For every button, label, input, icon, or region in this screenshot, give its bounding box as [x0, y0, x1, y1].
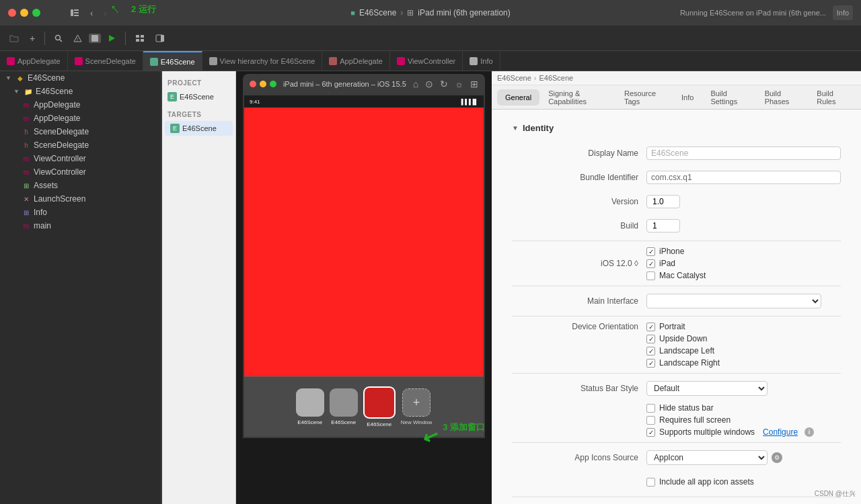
- sidebar-item-appdel1[interactable]: m AppDelegate: [0, 98, 161, 112]
- sidebar-label-project: E46Scene: [28, 73, 65, 83]
- tab-e46scene[interactable]: E46Scene: [143, 51, 202, 71]
- build-label: Build: [512, 221, 646, 230]
- targets-label: TARGETS: [162, 104, 235, 121]
- svg-rect-0: [71, 9, 73, 16]
- forward-button[interactable]: ›: [100, 7, 110, 19]
- requires-fullscreen-label: Requires full screen: [659, 415, 731, 425]
- sidebar-item-info[interactable]: ⊞ Info: [0, 206, 161, 219]
- ipad-checkbox[interactable]: ✓: [646, 259, 655, 268]
- identity-section-header[interactable]: ▼ Identity: [512, 123, 841, 133]
- sidebar-item-viewctrl2[interactable]: m ViewController: [0, 165, 161, 179]
- editor-content: iPad mini – 6th generation – iOS 15.5 ⌂ …: [236, 71, 861, 504]
- configure-link[interactable]: Configure: [763, 427, 798, 437]
- sidebar-item-main[interactable]: m main: [0, 219, 161, 233]
- stab-info[interactable]: Info: [673, 89, 702, 106]
- sidebar-item-appdel2[interactable]: m AppDelegate: [0, 112, 161, 125]
- minimize-button[interactable]: [20, 9, 28, 17]
- ios-row: iOS 12.0 ◊ ✓ iPhone ✓ iPad Mac Catalyst: [512, 247, 841, 280]
- sidebar-item-viewctrl1[interactable]: m ViewController: [0, 152, 161, 165]
- add-button[interactable]: +: [26, 32, 39, 45]
- dock-app-new[interactable]: + New Window: [401, 388, 433, 425]
- upside-check: ✓: [648, 335, 654, 343]
- sidebar-item-e46scene-folder[interactable]: ▼ 📁 E46Scene: [0, 85, 161, 98]
- bundle-id-input[interactable]: [646, 171, 841, 184]
- device-traffic-lights: [250, 81, 276, 87]
- sidebar-item-scenedel2[interactable]: h SceneDelegate: [0, 138, 161, 152]
- stop-button[interactable]: [89, 34, 101, 43]
- tab-viewctrl[interactable]: ViewController: [390, 51, 463, 71]
- tab-icon-m3: [397, 57, 405, 65]
- search-button[interactable]: [50, 33, 67, 44]
- stab-general[interactable]: General: [497, 89, 539, 106]
- landscape-left-row: ✓ Landscape Left: [646, 346, 720, 355]
- tab-appdel2[interactable]: AppDelegate: [322, 51, 390, 71]
- rotate-icon[interactable]: ↻: [440, 79, 448, 89]
- dock-app-3[interactable]: E46Scene: [363, 386, 396, 427]
- launch-icon: ✕: [22, 194, 31, 204]
- warning-button[interactable]: !: [69, 33, 86, 44]
- stab-buildrules[interactable]: Build Rules: [809, 85, 856, 110]
- sidebar-item-e46scene-project[interactable]: ▼ ◆ E46Scene: [0, 71, 161, 85]
- build-input[interactable]: [646, 219, 680, 233]
- tab-viewhier[interactable]: View hierarchy for E46Scene: [202, 51, 323, 71]
- tab-appdel1[interactable]: AppDelegate: [0, 51, 68, 71]
- sidebar-toggle[interactable]: [66, 7, 83, 19]
- portrait-checkbox[interactable]: ✓: [646, 323, 655, 331]
- grid-button[interactable]: [131, 33, 149, 44]
- requires-fullscreen-checkbox[interactable]: [646, 416, 655, 425]
- target-icon: E: [170, 124, 180, 133]
- display-name-input[interactable]: [646, 146, 841, 160]
- include-all-icons-checkbox[interactable]: [646, 478, 655, 487]
- grid-icon2[interactable]: ⊞: [470, 79, 478, 89]
- upside-down-checkbox[interactable]: ✓: [646, 335, 655, 343]
- sidebar-item-scenedel1[interactable]: h SceneDelegate: [0, 125, 161, 138]
- device-minimize[interactable]: [260, 81, 266, 87]
- stab-signing[interactable]: Signing & Capabilities: [540, 85, 615, 110]
- dock-app-1[interactable]: E46Scene: [296, 388, 324, 425]
- tab-label-viewhier: View hierarchy for E46Scene: [220, 57, 315, 65]
- tab-label-viewctrl: ViewController: [408, 57, 455, 65]
- main-interface-select[interactable]: [646, 294, 821, 308]
- play-button[interactable]: [104, 33, 120, 44]
- landscape-left-checkbox[interactable]: ✓: [646, 347, 655, 355]
- brightness-icon[interactable]: ☼: [455, 79, 463, 89]
- target-item[interactable]: E E46Scene: [165, 121, 233, 136]
- ipad-screen: [244, 108, 484, 376]
- tab-scenedel[interactable]: SceneDelegate: [68, 51, 143, 71]
- tab-info[interactable]: Info: [463, 51, 500, 71]
- app-icons-select[interactable]: AppIcon: [646, 450, 768, 465]
- dock-app-2[interactable]: E46Scene: [330, 388, 358, 425]
- supports-multiwindow-checkbox[interactable]: ✓: [646, 428, 655, 437]
- landscape-right-checkbox[interactable]: ✓: [646, 359, 655, 368]
- folder-open-button[interactable]: [5, 33, 23, 44]
- version-input[interactable]: [646, 195, 680, 208]
- back-button[interactable]: ‹: [86, 7, 97, 19]
- check-mark: ✓: [648, 248, 654, 255]
- device-fullscreen[interactable]: [270, 81, 276, 87]
- stab-buildphases[interactable]: Build Phases: [757, 85, 809, 110]
- stab-resourcetags[interactable]: Resource Tags: [616, 85, 673, 110]
- info-button[interactable]: Info: [833, 5, 853, 20]
- device-close[interactable]: [250, 81, 256, 87]
- sidebar-item-assets[interactable]: ⊞ Assets: [0, 179, 161, 192]
- mac-checkbox[interactable]: [646, 271, 655, 280]
- app-icons-settings-icon[interactable]: ⚙: [772, 452, 782, 463]
- inspector-button[interactable]: [151, 33, 169, 44]
- dock-label-3: E46Scene: [367, 421, 391, 427]
- configure-info-icon[interactable]: i: [804, 427, 814, 437]
- hide-statusbar-checkbox[interactable]: [646, 404, 655, 413]
- home-icon[interactable]: ⌂: [413, 79, 418, 89]
- iphone-checkbox[interactable]: ✓: [646, 247, 655, 256]
- device-titlebar: iPad mini – 6th generation – iOS 15.5 ⌂ …: [243, 74, 485, 94]
- fullscreen-button[interactable]: [32, 9, 40, 17]
- stab-buildsettings[interactable]: Build Settings: [702, 85, 755, 110]
- check-mark2: ✓: [648, 260, 654, 267]
- statusbar-style-select[interactable]: Default: [646, 381, 768, 396]
- svg-rect-12: [141, 39, 144, 42]
- close-button[interactable]: [8, 9, 16, 17]
- camera-icon[interactable]: ⊙: [425, 79, 433, 89]
- assets-icon: ⊞: [22, 181, 31, 190]
- project-item[interactable]: E E46Scene: [162, 89, 235, 104]
- sidebar-item-launchscreen[interactable]: ✕ LaunchScreen: [0, 192, 161, 206]
- swift-icon-m2: m: [22, 114, 31, 123]
